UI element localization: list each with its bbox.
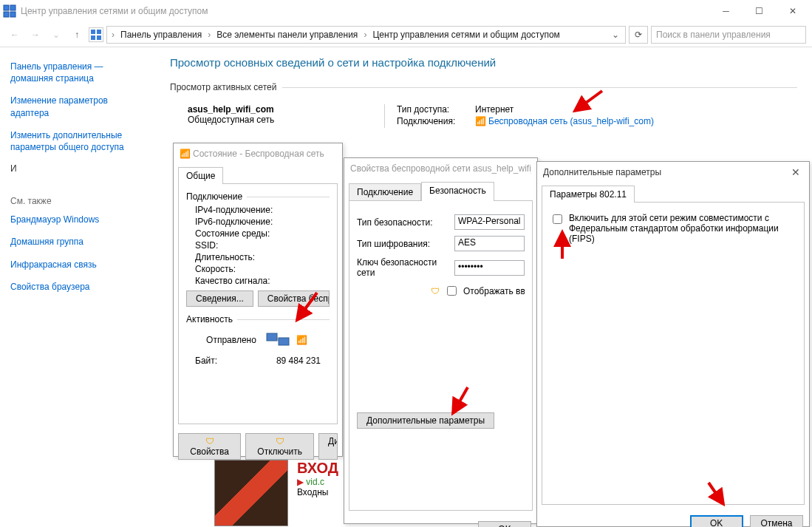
tab-80211[interactable]: Параметры 802.11 (542, 186, 635, 203)
ad-heading[interactable]: ВХОД (297, 460, 338, 477)
network-name: asus_help_wifi_com (188, 104, 384, 115)
bytes-value: 89 484 231 (217, 356, 321, 366)
connections-label: Подключения: (397, 116, 468, 126)
row-speed: Скорость: (195, 264, 330, 274)
svg-line-15 (709, 483, 723, 504)
activity-group: Активность (186, 314, 233, 324)
security-type-label: Тип безопасности: (357, 217, 454, 228)
advanced-button[interactable]: Дополнительные параметры (357, 412, 494, 429)
connection-link[interactable]: 📶Беспроводная сеть (asus_help-wifi_com) (475, 116, 654, 126)
properties-button[interactable]: 🛡Свойства (178, 433, 241, 460)
row-ipv4: IPv4-подключение: (195, 205, 330, 215)
close-button[interactable]: ✕ (776, 0, 809, 22)
svg-rect-4 (91, 30, 95, 34)
wprops-titlebar[interactable]: Свойства беспроводной сети asus_help_wif… (344, 158, 537, 179)
svg-line-13 (453, 387, 468, 413)
path-icon (89, 27, 103, 42)
wifi-icon: 📶 (475, 116, 486, 126)
annotation-arrow (291, 289, 321, 326)
app-icon (3, 4, 16, 18)
back-button[interactable]: ← (6, 30, 24, 40)
adv-titlebar[interactable]: Дополнительные параметры ✕ (537, 162, 809, 183)
shield-icon: 🛡 (276, 436, 284, 446)
svg-rect-6 (91, 35, 95, 40)
wifi-icon: 📶 (180, 149, 191, 159)
crumb-network-center[interactable]: Центр управления сетями и общим доступом (369, 30, 563, 40)
tab-security[interactable]: Безопасность (421, 182, 494, 201)
svg-rect-1 (10, 5, 16, 10)
adv-cancel-button[interactable]: Отмена (750, 515, 803, 527)
tab-connection[interactable]: Подключение (349, 183, 421, 201)
active-networks-label: Просмотр активных сетей (170, 82, 797, 92)
show-chars-checkbox[interactable] (447, 286, 457, 296)
crumb-control-panel[interactable]: Панель управления (117, 30, 205, 40)
sidebar-sharing-settings[interactable]: Изменить дополнительные параметры общего… (10, 129, 145, 153)
encryption-field[interactable]: AES (454, 236, 525, 251)
row-media: Состояние среды: (195, 228, 330, 239)
up-button[interactable]: ↑ (68, 30, 86, 40)
diagnose-button[interactable]: Ди (318, 433, 338, 460)
search-input[interactable]: Поиск в панели управления (651, 26, 806, 44)
sidebar-truncated: И (10, 163, 145, 174)
activity-icon (265, 330, 290, 350)
access-type-label: Тип доступа: (397, 104, 468, 115)
fips-checkbox[interactable] (553, 214, 562, 224)
adv-close-button[interactable]: ✕ (788, 166, 803, 178)
maximize-button[interactable]: ☐ (743, 0, 776, 22)
status-titlebar[interactable]: 📶 Состояние - Беспроводная сеть (174, 143, 342, 164)
key-field[interactable]: •••••••• (454, 260, 525, 276)
adv-ok-button[interactable]: OK (690, 515, 743, 527)
ad-banner: ВХОД ▶ vid.c Входны (214, 460, 338, 526)
row-ipv6: IPv6-подключение: (195, 217, 330, 227)
shield-icon: 🛡 (431, 286, 440, 296)
sidebar-adapter-settings[interactable]: Изменение параметров адаптера (10, 95, 145, 118)
fips-label: Включить для этой сети режим совместимос… (569, 213, 796, 244)
window-title: Центр управления сетями и общим доступом (21, 6, 709, 16)
svg-rect-5 (97, 30, 101, 34)
annotation-arrow (447, 384, 474, 418)
see-also-browser[interactable]: Свойства браузера (10, 281, 145, 293)
annotation-arrow (553, 228, 572, 262)
sidebar-home[interactable]: Панель управления — домашняя страница (10, 61, 145, 84)
svg-rect-8 (267, 333, 277, 341)
see-also-homegroup[interactable]: Домашняя группа (10, 236, 145, 248)
svg-rect-2 (4, 12, 9, 17)
sidebar: Панель управления — домашняя страница Из… (0, 47, 155, 527)
window-titlebar: Центр управления сетями и общим доступом… (0, 0, 812, 22)
see-also-firewall[interactable]: Брандмауэр Windows (10, 214, 145, 225)
ad-image (214, 460, 288, 526)
recent-dropdown[interactable]: ⌄ (47, 30, 65, 40)
svg-line-11 (575, 91, 602, 111)
row-signal: Качество сигнала: (195, 276, 330, 286)
forward-button[interactable]: → (27, 30, 44, 40)
ad-link[interactable]: ▶ vid.c (297, 477, 338, 487)
minimize-button[interactable]: ─ (709, 0, 743, 22)
signal-bars-icon: 📶 (296, 335, 307, 345)
refresh-button[interactable]: ⟳ (629, 26, 648, 44)
path-dropdown[interactable]: ⌄ (607, 30, 624, 40)
tab-general[interactable]: Общие (178, 167, 223, 184)
svg-rect-9 (279, 338, 289, 345)
annotation-arrow (703, 479, 729, 509)
shield-icon: 🛡 (205, 436, 214, 446)
svg-rect-7 (97, 35, 101, 40)
security-type-field[interactable]: WPA2-Personal (454, 214, 525, 230)
sent-label: Отправлено (206, 335, 256, 345)
details-button[interactable]: Сведения... (186, 290, 253, 307)
wprops-title: Свойства беспроводной сети asus_help_wif… (350, 163, 531, 174)
row-duration: Длительность: (195, 252, 330, 262)
disconnect-button[interactable]: 🛡Отключить (245, 433, 314, 460)
address-bar: ← → ⌄ ↑ › Панель управления › Все элемен… (0, 22, 812, 47)
wireless-props-dialog: Свойства беспроводной сети asus_help_wif… (344, 157, 538, 524)
row-ssid: SSID: (195, 240, 330, 251)
network-type: Общедоступная сеть (188, 115, 384, 125)
breadcrumb[interactable]: › Панель управления › Все элементы панел… (106, 26, 626, 44)
advanced-dialog: Дополнительные параметры ✕ Параметры 802… (536, 161, 810, 527)
svg-rect-3 (10, 12, 16, 17)
access-type-value: Интернет (475, 104, 514, 115)
see-also-infrared[interactable]: Инфракрасная связь (10, 259, 145, 271)
wprops-ok-button[interactable]: OK (478, 521, 531, 527)
see-also-label: См. также (10, 196, 145, 206)
svg-line-12 (297, 293, 317, 320)
crumb-all-items[interactable]: Все элементы панели управления (214, 30, 361, 40)
